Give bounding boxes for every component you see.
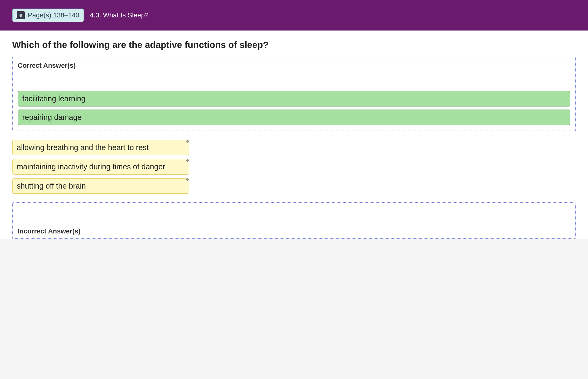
- correct-zone-label: Correct Answer(s): [18, 62, 570, 70]
- answer-item-draggable[interactable]: maintaining inactivity during times of d…: [12, 159, 189, 175]
- page-reference-badge[interactable]: e Page(s) 138–140: [12, 9, 84, 22]
- draggable-answer-row[interactable]: shutting off the brain ✥: [12, 178, 189, 194]
- move-icon[interactable]: ✥: [185, 139, 190, 144]
- answer-item-correct[interactable]: facilitating learning: [18, 91, 570, 106]
- move-icon[interactable]: ✥: [185, 158, 190, 163]
- incorrect-answers-dropzone[interactable]: Incorrect Answer(s): [12, 202, 576, 239]
- question-prompt: Which of the following are the adaptive …: [12, 40, 576, 50]
- draggable-answer-row[interactable]: maintaining inactivity during times of d…: [12, 159, 189, 175]
- answer-item-draggable[interactable]: allowing breathing and the heart to rest: [12, 140, 189, 155]
- correct-answers-dropzone[interactable]: Correct Answer(s) facilitating learning …: [12, 57, 576, 131]
- incorrect-zone-label: Incorrect Answer(s): [18, 227, 570, 235]
- header-bar: e Page(s) 138–140 4.3. What Is Sleep?: [0, 0, 588, 31]
- ebook-icon: e: [17, 11, 25, 19]
- draggable-answer-row[interactable]: allowing breathing and the heart to rest…: [12, 140, 189, 155]
- unplaced-answers-area: allowing breathing and the heart to rest…: [12, 140, 576, 197]
- answer-item-draggable[interactable]: shutting off the brain: [12, 178, 189, 194]
- answer-item-correct[interactable]: repairing damage: [18, 110, 570, 125]
- move-icon[interactable]: ✥: [185, 177, 190, 182]
- page-reference-label: Page(s) 138–140: [28, 11, 79, 19]
- section-title: 4.3. What Is Sleep?: [90, 11, 149, 19]
- question-content: Which of the following are the adaptive …: [0, 31, 588, 239]
